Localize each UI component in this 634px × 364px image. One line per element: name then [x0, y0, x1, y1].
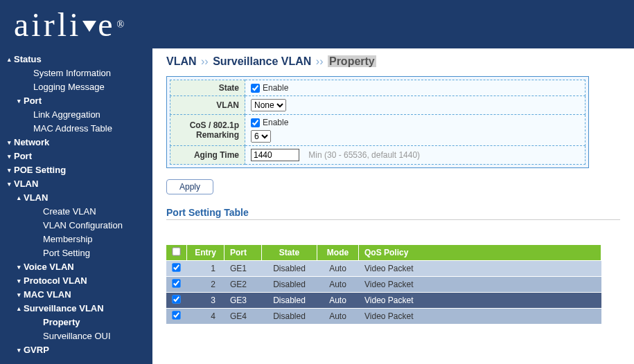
state-enable-checkbox[interactable]	[251, 84, 260, 93]
sidebar-item-label: Network	[14, 136, 49, 149]
row-select-checkbox[interactable]	[172, 263, 180, 271]
select-all-checkbox[interactable]	[172, 247, 180, 255]
sidebar-item[interactable]: ▾MAC VLAN	[0, 288, 152, 302]
aging-time-input[interactable]	[251, 149, 299, 161]
state-enable-wrapper[interactable]: Enable	[251, 83, 579, 93]
cell-state: Disabled	[262, 261, 317, 277]
breadcrumb: VLAN ›› Surveillance VLAN ›› Property	[166, 55, 620, 68]
cell-qos: Video Packet	[359, 309, 601, 325]
sidebar-item[interactable]: System Information	[0, 66, 152, 80]
caret-up-icon: ▴	[4, 53, 14, 66]
cell-qos: Video Packet	[359, 293, 601, 309]
sidebar-item[interactable]: MAC Address Table	[0, 122, 152, 136]
sidebar-item[interactable]: ▴Surveillance VLAN	[0, 302, 152, 316]
cell-mode: Auto	[317, 261, 359, 277]
row-select-checkbox[interactable]	[172, 279, 180, 287]
port-setting-table: Entry Port State Mode QoS Policy 1GE1Dis…	[166, 245, 601, 325]
col-port[interactable]: Port	[224, 245, 262, 261]
sidebar-item-label: VLAN	[24, 192, 48, 204]
sidebar-item[interactable]: ▾POE Setting	[0, 163, 152, 177]
cell-entry: 2	[187, 277, 224, 293]
cos-label: CoS / 802.1p Remarking	[170, 115, 245, 146]
sidebar-item-label: Port Setting	[43, 247, 90, 260]
sidebar-item[interactable]: ▾Port	[0, 94, 152, 108]
sidebar-item[interactable]: ▴Status	[0, 53, 152, 66]
caret-down-icon: ▾	[4, 150, 14, 163]
cos-enable-checkbox[interactable]	[251, 118, 260, 127]
sidebar-item[interactable]: ▾GVRP	[0, 343, 152, 357]
sidebar-item[interactable]: Link Aggregation	[0, 108, 152, 122]
sidebar-item-label: VLAN	[14, 178, 38, 190]
cell-qos: Video Packet	[359, 261, 601, 277]
caret-down-icon: ▾	[4, 164, 14, 176]
sidebar-item[interactable]: Port Setting	[0, 246, 152, 260]
sidebar-item-label: Create VLAN	[43, 206, 96, 218]
caret-down-icon: ▾	[4, 136, 14, 149]
sidebar-item[interactable]: ▾Protocol VLAN	[0, 274, 152, 288]
cell-port: GE2	[224, 277, 262, 293]
sidebar-item[interactable]: Property	[0, 316, 152, 329]
vlan-select[interactable]: None	[251, 99, 286, 111]
sidebar-item[interactable]: ▾Voice VLAN	[0, 260, 152, 274]
apply-button[interactable]: Apply	[166, 179, 213, 194]
sidebar-item-label: Membership	[43, 233, 93, 246]
sidebar-item-label: Link Aggregation	[33, 109, 100, 121]
cell-state: Disabled	[262, 277, 317, 293]
sidebar-item-label: Protocol VLAN	[24, 275, 87, 287]
nav-sidebar: ▴StatusSystem InformationLogging Message…	[0, 48, 152, 364]
cell-entry: 4	[187, 309, 224, 325]
sidebar-item[interactable]: ▾VLAN	[0, 177, 152, 191]
main-content: VLAN ›› Surveillance VLAN ›› Property St…	[152, 48, 634, 364]
cell-qos: Video Packet	[359, 277, 601, 293]
sidebar-item[interactable]: ▴VLAN	[0, 191, 152, 205]
breadcrumb-sep-icon: ››	[200, 55, 210, 67]
property-config-panel: State Enable VLAN None	[166, 76, 589, 168]
sidebar-item-label: Port	[14, 150, 32, 163]
section-divider	[166, 219, 620, 220]
caret-down-icon: ▾	[14, 344, 24, 356]
col-state[interactable]: State	[262, 245, 317, 261]
caret-up-icon: ▴	[14, 302, 24, 315]
row-select-checkbox[interactable]	[172, 295, 180, 303]
table-row[interactable]: 1GE1DisabledAutoVideo Packet	[166, 261, 601, 277]
cell-port: GE1	[224, 261, 262, 277]
breadcrumb-l2: Surveillance VLAN	[213, 55, 311, 67]
sidebar-item-label: Property	[43, 316, 80, 329]
cell-mode: Auto	[317, 277, 359, 293]
registered-icon: ®	[117, 19, 127, 30]
caret-down-icon: ▾	[14, 289, 24, 301]
sidebar-item-label: MAC Address Table	[33, 122, 112, 135]
col-entry[interactable]: Entry	[187, 245, 224, 261]
sidebar-item[interactable]: Membership	[0, 233, 152, 246]
sidebar-item[interactable]: Create VLAN	[0, 205, 152, 219]
sidebar-item[interactable]: ▾Port	[0, 149, 152, 163]
vlan-label: VLAN	[170, 96, 245, 115]
cell-entry: 1	[187, 261, 224, 277]
sidebar-item[interactable]: Logging Message	[0, 80, 152, 94]
cos-value-select[interactable]: 6	[251, 130, 271, 143]
sidebar-item[interactable]: Surveillance OUI	[0, 329, 152, 343]
cell-port: GE3	[224, 293, 262, 309]
caret-down-icon: ▾	[14, 95, 24, 107]
table-row[interactable]: 2GE2DisabledAutoVideo Packet	[166, 277, 601, 293]
logo-triangle-icon	[82, 21, 96, 32]
logo-text-left: airli	[14, 6, 81, 44]
aging-label: Aging Time	[170, 146, 245, 165]
breadcrumb-l1: VLAN	[166, 55, 197, 67]
cell-mode: Auto	[317, 309, 359, 325]
table-row[interactable]: 3GE3DisabledAutoVideo Packet	[166, 293, 601, 309]
cos-enable-text: Enable	[263, 118, 288, 127]
col-mode[interactable]: Mode	[317, 245, 359, 261]
cos-enable-wrapper[interactable]: Enable	[251, 118, 579, 127]
sidebar-item[interactable]: VLAN Configuration	[0, 219, 152, 233]
logo-text-right: e	[98, 6, 115, 44]
sidebar-item-label: Surveillance VLAN	[24, 302, 104, 315]
row-select-checkbox[interactable]	[172, 311, 180, 319]
cell-entry: 3	[187, 293, 224, 309]
table-row[interactable]: 4GE4DisabledAutoVideo Packet	[166, 309, 601, 325]
cell-state: Disabled	[262, 309, 317, 325]
col-qos[interactable]: QoS Policy	[359, 245, 601, 261]
sidebar-item[interactable]: ▾Network	[0, 136, 152, 149]
sidebar-item-label: Status	[14, 53, 42, 66]
app-header: airlie®	[0, 0, 634, 48]
